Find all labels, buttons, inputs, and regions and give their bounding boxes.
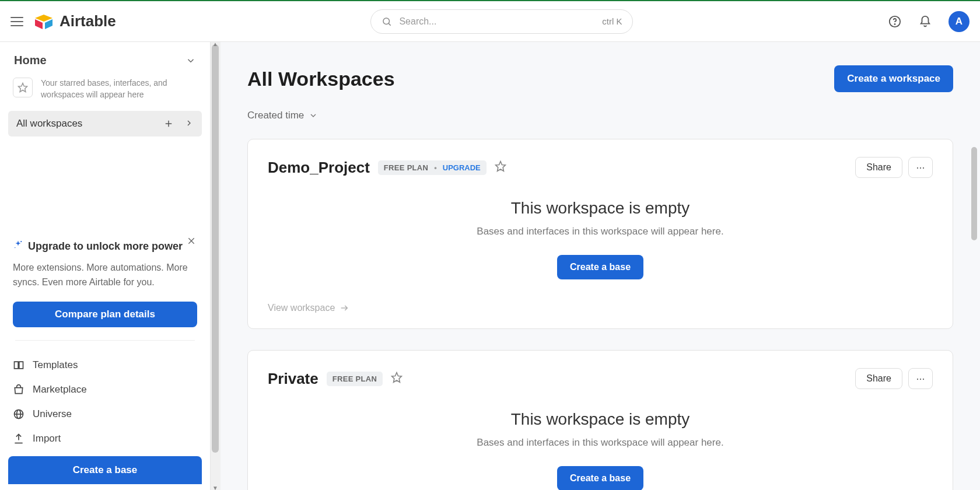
view-workspace-link[interactable]: View workspace: [268, 303, 933, 313]
dot: •: [434, 163, 437, 172]
page-title: All Workspaces: [247, 68, 395, 90]
upload-icon: [13, 433, 24, 444]
sidebar-link-marketplace[interactable]: Marketplace: [13, 384, 197, 396]
upgrade-link[interactable]: UPGRADE: [443, 163, 481, 172]
sidebar-link-label: Import: [33, 433, 61, 444]
sidebar-home-label: Home: [14, 54, 47, 67]
svg-marker-2: [45, 19, 52, 29]
book-icon: [13, 359, 24, 371]
globe-icon: [13, 408, 24, 420]
sidebar-all-workspaces[interactable]: All workspaces: [8, 111, 202, 136]
avatar[interactable]: A: [949, 11, 970, 32]
sidebar-create-base-button[interactable]: Create a base: [8, 456, 202, 484]
svg-point-6: [894, 24, 895, 24]
help-icon[interactable]: [888, 15, 902, 29]
top-bar: Airtable ctrl K A: [0, 0, 980, 42]
plan-pill: FREE PLAN: [327, 372, 383, 386]
share-button[interactable]: Share: [855, 368, 902, 389]
sidebar-link-universe[interactable]: Universe: [13, 408, 197, 420]
sidebar-all-workspaces-label: All workspaces: [16, 118, 82, 130]
workspace-name[interactable]: Private: [268, 370, 318, 388]
sort-label: Created time: [247, 110, 304, 121]
upgrade-card: Upgrade to unlock more power More extens…: [6, 240, 204, 359]
close-icon[interactable]: [187, 236, 196, 248]
sidebar-link-templates[interactable]: Templates: [13, 359, 197, 371]
create-base-button[interactable]: Create a base: [557, 255, 643, 279]
star-icon[interactable]: [495, 160, 506, 174]
brand[interactable]: Airtable: [34, 12, 116, 30]
search-box[interactable]: ctrl K: [370, 9, 633, 34]
share-button[interactable]: Share: [855, 157, 902, 178]
empty-title: This workspace is empty: [268, 199, 933, 218]
starred-hint-row: Your starred bases, interfaces, and work…: [6, 75, 204, 111]
chevron-right-icon[interactable]: [184, 118, 194, 128]
empty-body: Bases and interfaces in this workspace w…: [268, 226, 933, 237]
svg-point-3: [383, 18, 390, 24]
search-shortcut: ctrl K: [602, 16, 622, 26]
scroll-up-icon[interactable]: ▲: [212, 41, 218, 47]
workspace-card: PrivateFREE PLANShare···This workspace i…: [247, 350, 953, 490]
sort-dropdown[interactable]: Created time: [247, 110, 953, 121]
empty-title: This workspace is empty: [268, 410, 933, 429]
empty-body: Bases and interfaces in this workspace w…: [268, 437, 933, 449]
svg-marker-1: [35, 19, 43, 29]
search-input[interactable]: [399, 16, 595, 27]
menu-icon[interactable]: [10, 17, 23, 26]
svg-marker-7: [19, 83, 27, 92]
brand-name: Airtable: [60, 12, 116, 30]
sidebar-link-label: Universe: [33, 408, 72, 420]
svg-marker-17: [495, 162, 505, 172]
workspace-name[interactable]: Demo_Project: [268, 159, 370, 177]
upgrade-title-text: Upgrade to unlock more power: [28, 240, 183, 253]
more-button[interactable]: ···: [908, 157, 933, 178]
create-base-button[interactable]: Create a base: [557, 466, 643, 490]
svg-line-4: [389, 23, 391, 25]
upgrade-body-text: More extensions. More automations. More …: [13, 260, 197, 290]
sidebar-scrollbar[interactable]: ▲ ▼: [210, 42, 220, 490]
sidebar: Home Your starred bases, interfaces, and…: [0, 42, 210, 490]
sparkle-icon: [13, 240, 23, 253]
arrow-right-icon: [340, 303, 349, 313]
compare-plans-button[interactable]: Compare plan details: [13, 302, 197, 327]
chevron-down-icon: [186, 55, 196, 66]
plan-label: FREE PLAN: [332, 374, 377, 383]
main-panel: All Workspaces Create a workspace Create…: [220, 42, 980, 490]
plus-icon[interactable]: [163, 118, 174, 129]
bag-icon: [13, 384, 24, 396]
notifications-icon[interactable]: [918, 15, 932, 29]
sidebar-link-label: Templates: [33, 359, 78, 371]
main-scrollbar[interactable]: [970, 42, 979, 490]
search-icon: [382, 16, 392, 27]
create-workspace-button[interactable]: Create a workspace: [834, 65, 953, 92]
svg-marker-19: [392, 373, 402, 383]
plan-pill: FREE PLAN•UPGRADE: [378, 160, 487, 175]
sidebar-link-label: Marketplace: [33, 384, 87, 396]
star-icon[interactable]: [391, 372, 402, 386]
svg-point-12: [20, 241, 22, 242]
sidebar-home[interactable]: Home: [6, 54, 204, 75]
star-icon[interactable]: [13, 78, 33, 97]
scroll-down-icon[interactable]: ▼: [212, 485, 218, 490]
chevron-down-icon: [309, 111, 318, 120]
more-button[interactable]: ···: [908, 368, 933, 389]
avatar-initial: A: [956, 16, 963, 27]
svg-point-13: [15, 247, 16, 249]
plan-label: FREE PLAN: [384, 163, 428, 172]
brand-logo-icon: [34, 13, 54, 30]
sidebar-link-import[interactable]: Import: [13, 433, 197, 444]
sidebar-bottom-links: Templates Marketplace Universe Import: [6, 359, 204, 444]
starred-hint-text: Your starred bases, interfaces, and work…: [41, 78, 187, 100]
workspace-card: Demo_ProjectFREE PLAN•UPGRADEShare···Thi…: [247, 139, 953, 329]
